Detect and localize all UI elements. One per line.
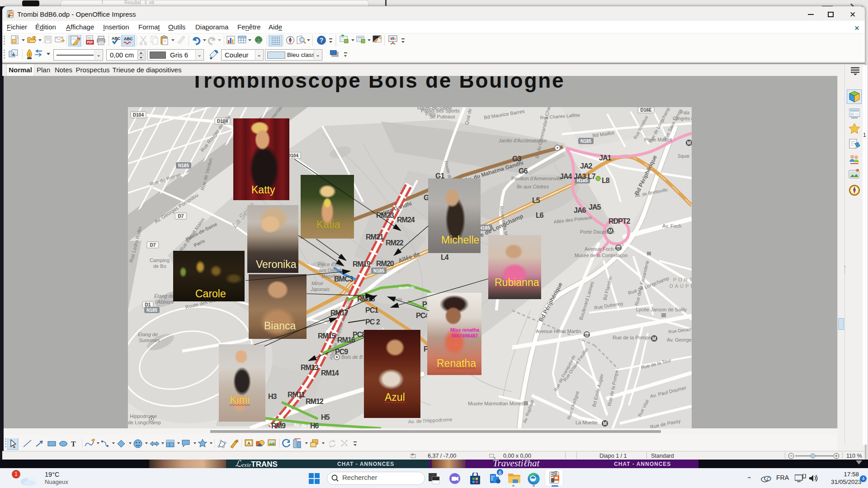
svg-text:ABC: ABC (124, 37, 133, 41)
svg-text:T: T (71, 440, 76, 448)
svg-text:PDF: PDF (87, 41, 93, 44)
svg-text:?: ? (320, 37, 324, 44)
svg-text:A: A (247, 441, 250, 446)
